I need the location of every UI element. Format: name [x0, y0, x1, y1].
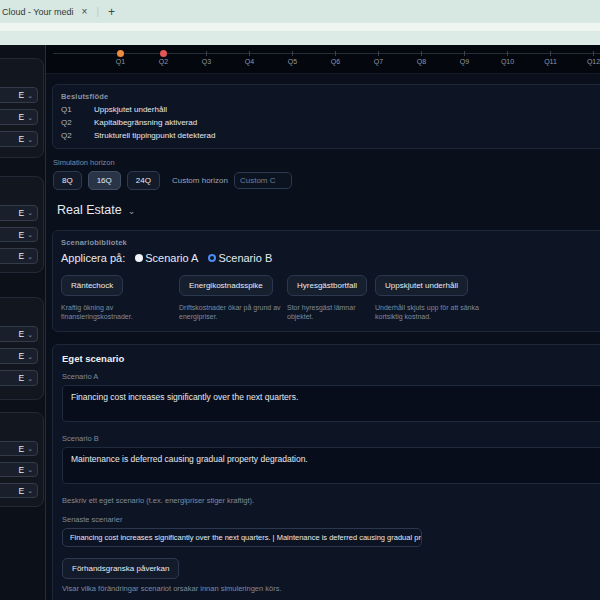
- scenario-column: Uppskjutet underhåll Underhåll skjuts up…: [375, 275, 505, 322]
- scenario-description: Driftskostnader ökar på grund av energip…: [179, 303, 281, 322]
- custom-scenario-helper: Beskriv ett eget scenario (t.ex. energip…: [62, 496, 600, 505]
- timeline-quarter-label: Q3: [185, 58, 228, 65]
- asset-class-dropdown[interactable]: Real Estate ⌄: [57, 203, 600, 217]
- custom-horizon-label: Custom horizon: [172, 176, 228, 185]
- recent-scenarios-label: Senaste scenarier: [62, 515, 600, 524]
- left-sidebar: E⌄ E⌄ E⌄ E⌄ E⌄ E⌄ E⌄ E⌄ E⌄ E⌄ E⌄ E⌄: [0, 45, 46, 600]
- browser-chrome: Cloud - Your medi × | +: [0, 0, 600, 45]
- timeline-quarter-label: Q9: [443, 58, 486, 65]
- chevron-down-icon: ⌄: [27, 231, 33, 238]
- sidebar-select[interactable]: E⌄: [0, 87, 38, 103]
- sidebar-select[interactable]: E⌄: [0, 248, 38, 264]
- sidebar-card: E⌄ E⌄ E⌄: [0, 412, 44, 507]
- tab-bar: Cloud - Your medi × | +: [0, 0, 600, 23]
- timeline-axis: [53, 53, 600, 54]
- apply-to-label: Applicera på:: [61, 252, 125, 264]
- sidebar-select[interactable]: E⌄: [0, 483, 38, 498]
- chevron-down-icon: ⌄: [27, 353, 33, 360]
- scenario-b-textarea[interactable]: Maintenance is deferred causing gradual …: [62, 447, 600, 484]
- timeline-quarter-label: Q5: [271, 58, 314, 65]
- chevron-down-icon: ⌄: [27, 92, 33, 99]
- scenario-column: Hyresgästbortfall Stor hyresgäst lämnar …: [287, 275, 369, 322]
- asset-class-label: Real Estate: [57, 203, 122, 217]
- chevron-down-icon: ⌄: [27, 466, 33, 473]
- scenario-a-textarea[interactable]: Financing cost increases significantly o…: [62, 385, 600, 422]
- chevron-down-icon: ⌄: [27, 209, 33, 216]
- sidebar-select[interactable]: E⌄: [0, 326, 38, 342]
- close-icon[interactable]: ×: [82, 6, 88, 17]
- quarter-timeline: Q1 Q2 Q3 Q4 Q5 Q6 Q7 Q8 Q9 Q10 Q11 Q12: [46, 45, 600, 74]
- custom-scenario-title: Eget scenario: [62, 353, 600, 364]
- apply-to-row: Applicera på: Scenario A Scenario B: [61, 252, 600, 264]
- scenario-button-uppskjutet-underhall[interactable]: Uppskjutet underhåll: [375, 275, 468, 296]
- radio-scenario-a[interactable]: Scenario A: [135, 252, 198, 264]
- app-window: E⌄ E⌄ E⌄ E⌄ E⌄ E⌄ E⌄ E⌄ E⌄ E⌄ E⌄ E⌄ Q1 Q…: [0, 45, 600, 600]
- scenario-library-title: Scenariobibliotek: [61, 238, 600, 247]
- timeline-quarter-label: Q8: [400, 58, 443, 65]
- scenario-column: Energikostnadsspike Driftskostnader ökar…: [179, 275, 281, 322]
- preview-helper-text: Visar vilka förändringar scenariot orsak…: [62, 584, 600, 593]
- timeline-marker-q2: [160, 50, 167, 57]
- recent-scenario-chip[interactable]: Financing cost increases significantly o…: [62, 528, 422, 547]
- sidebar-card: E⌄ E⌄ E⌄: [0, 297, 44, 400]
- scenario-a-label: Scenario A: [62, 372, 600, 381]
- chevron-down-icon: ⌄: [27, 331, 33, 338]
- decision-flow-row: Q2 Strukturell tippingpunkt detekterad: [61, 131, 600, 140]
- horizon-16q-button[interactable]: 16Q: [88, 171, 121, 190]
- sidebar-select[interactable]: E⌄: [0, 227, 38, 243]
- sidebar-select[interactable]: E⌄: [0, 348, 38, 364]
- radio-icon: [208, 254, 216, 262]
- sidebar-select[interactable]: E⌄: [0, 205, 38, 221]
- sidebar-select[interactable]: E⌄: [0, 441, 38, 456]
- decision-flow-panel: Beslutsflöde Q1 Uppskjutet underhåll Q2 …: [52, 84, 600, 149]
- chevron-down-icon: ⌄: [27, 136, 33, 143]
- preview-impact-button[interactable]: Förhandsgranska påverkan: [62, 558, 179, 579]
- decision-flow-row: Q1 Uppskjutet underhåll: [61, 105, 600, 114]
- chevron-down-icon: ⌄: [27, 445, 33, 452]
- toolbar-strip: [0, 23, 600, 31]
- scenario-column: Räntechock Kraftig ökning av finansierin…: [61, 275, 173, 322]
- scenario-button-hyresgastbortfall[interactable]: Hyresgästbortfall: [287, 275, 367, 296]
- decision-flow-row: Q2 Kapitalbegränsning aktiverad: [61, 118, 600, 127]
- sidebar-card: E⌄ E⌄ E⌄: [0, 58, 44, 158]
- horizon-24q-button[interactable]: 24Q: [127, 171, 160, 190]
- simulation-horizon-controls: 8Q 16Q 24Q Custom horizon: [53, 171, 600, 190]
- tab-title[interactable]: Cloud - Your medi: [2, 7, 74, 17]
- sidebar-card: E⌄ E⌄ E⌄: [0, 176, 44, 273]
- timeline-quarter-label: Q11: [529, 58, 572, 65]
- chevron-down-icon: ⌄: [27, 114, 33, 121]
- main-panel: Q1 Q2 Q3 Q4 Q5 Q6 Q7 Q8 Q9 Q10 Q11 Q12 B…: [46, 45, 600, 600]
- timeline-quarter-label: Q1: [99, 58, 142, 65]
- address-bar-strip: [0, 31, 600, 45]
- tab-separator: |: [96, 6, 99, 17]
- chevron-down-icon: ⌄: [27, 487, 33, 494]
- sidebar-select[interactable]: E⌄: [0, 370, 38, 386]
- sidebar-select[interactable]: E⌄: [0, 109, 38, 125]
- scenario-button-rantechock[interactable]: Räntechock: [61, 275, 123, 296]
- timeline-quarter-label: Q2: [142, 58, 185, 65]
- scenario-button-energikostnadsspike[interactable]: Energikostnadsspike: [179, 275, 273, 296]
- custom-horizon-input[interactable]: [234, 172, 292, 189]
- timeline-quarter-label: Q7: [357, 58, 400, 65]
- timeline-quarter-label: Q12: [572, 58, 600, 65]
- sidebar-select[interactable]: E⌄: [0, 462, 38, 477]
- scenario-b-label: Scenario B: [62, 434, 600, 443]
- timeline-quarter-label: Q4: [228, 58, 271, 65]
- chevron-down-icon: ⌄: [27, 375, 33, 382]
- custom-scenario-panel: Eget scenario Scenario A Financing cost …: [52, 344, 600, 600]
- sidebar-select[interactable]: E⌄: [0, 131, 38, 147]
- timeline-quarter-label: Q6: [314, 58, 357, 65]
- timeline-marker-q1: [117, 50, 124, 57]
- timeline-quarter-label: Q10: [486, 58, 529, 65]
- radio-icon: [135, 254, 143, 262]
- horizon-8q-button[interactable]: 8Q: [53, 171, 82, 190]
- chevron-down-icon: ⌄: [27, 253, 33, 260]
- decision-flow-title: Beslutsflöde: [61, 92, 600, 101]
- scenario-description: Kraftig ökning av finansieringskostnader…: [61, 303, 173, 322]
- scenario-description: Underhåll skjuts upp för att sänka korts…: [375, 303, 505, 322]
- radio-scenario-b[interactable]: Scenario B: [208, 252, 272, 264]
- scenario-library-panel: Scenariobibliotek Applicera på: Scenario…: [52, 230, 600, 332]
- new-tab-icon[interactable]: +: [108, 5, 115, 19]
- chevron-down-icon: ⌄: [128, 206, 136, 216]
- scenario-description: Stor hyresgäst lämnar objektet.: [287, 303, 369, 322]
